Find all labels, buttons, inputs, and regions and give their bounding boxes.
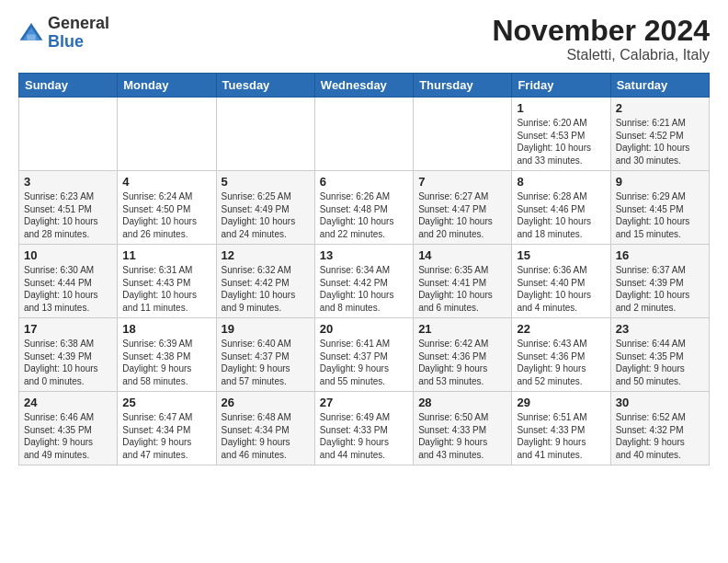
calendar-table: Sunday Monday Tuesday Wednesday Thursday…: [18, 73, 710, 465]
day-number: 15: [517, 248, 605, 262]
day-info: Sunrise: 6:39 AM Sunset: 4:38 PM Dayligh…: [122, 338, 210, 387]
day-cell-1-4: 7Sunrise: 6:27 AM Sunset: 4:47 PM Daylig…: [414, 171, 512, 245]
day-number: 13: [320, 248, 408, 262]
day-info: Sunrise: 6:34 AM Sunset: 4:42 PM Dayligh…: [320, 264, 408, 314]
day-number: 19: [222, 322, 310, 336]
day-cell-3-2: 19Sunrise: 6:40 AM Sunset: 4:37 PM Dayli…: [216, 318, 314, 392]
day-number: 30: [616, 396, 704, 409]
day-cell-2-2: 12Sunrise: 6:32 AM Sunset: 4:42 PM Dayli…: [216, 245, 314, 318]
day-number: 10: [24, 248, 112, 262]
day-info: Sunrise: 6:26 AM Sunset: 4:48 PM Dayligh…: [320, 190, 408, 240]
week-row-1: 1Sunrise: 6:20 AM Sunset: 4:53 PM Daylig…: [19, 98, 710, 171]
logo-line1: General: [48, 15, 109, 33]
day-cell-1-5: 8Sunrise: 6:28 AM Sunset: 4:46 PM Daylig…: [512, 171, 610, 245]
day-cell-0-4: [414, 98, 512, 171]
col-friday: Friday: [512, 74, 610, 98]
day-number: 26: [222, 396, 310, 409]
day-info: Sunrise: 6:51 AM Sunset: 4:33 PM Dayligh…: [517, 411, 605, 461]
day-cell-0-1: [118, 98, 216, 171]
col-sunday: Sunday: [19, 74, 118, 98]
day-cell-4-0: 24Sunrise: 6:46 AM Sunset: 4:35 PM Dayli…: [19, 392, 118, 465]
day-number: 28: [418, 396, 506, 409]
day-cell-2-1: 11Sunrise: 6:31 AM Sunset: 4:43 PM Dayli…: [118, 245, 216, 318]
day-cell-4-4: 28Sunrise: 6:50 AM Sunset: 4:33 PM Dayli…: [414, 392, 512, 465]
day-info: Sunrise: 6:21 AM Sunset: 4:52 PM Dayligh…: [616, 117, 704, 167]
day-info: Sunrise: 6:24 AM Sunset: 4:50 PM Dayligh…: [122, 190, 210, 240]
day-cell-3-6: 23Sunrise: 6:44 AM Sunset: 4:35 PM Dayli…: [610, 318, 709, 392]
day-number: 8: [517, 175, 605, 189]
header: General Blue November 2024 Staletti, Cal…: [18, 15, 710, 63]
logo-line2: Blue: [48, 33, 109, 52]
day-number: 29: [517, 396, 605, 409]
day-info: Sunrise: 6:44 AM Sunset: 4:35 PM Dayligh…: [616, 338, 704, 387]
day-info: Sunrise: 6:25 AM Sunset: 4:49 PM Dayligh…: [222, 190, 310, 240]
day-info: Sunrise: 6:20 AM Sunset: 4:53 PM Dayligh…: [517, 117, 605, 167]
calendar-header: Sunday Monday Tuesday Wednesday Thursday…: [19, 74, 710, 98]
day-number: 14: [418, 248, 506, 262]
col-monday: Monday: [118, 74, 216, 98]
day-number: 12: [222, 248, 310, 262]
day-cell-4-2: 26Sunrise: 6:48 AM Sunset: 4:34 PM Dayli…: [216, 392, 314, 465]
day-cell-3-5: 22Sunrise: 6:43 AM Sunset: 4:36 PM Dayli…: [512, 318, 610, 392]
day-cell-3-3: 20Sunrise: 6:41 AM Sunset: 4:37 PM Dayli…: [314, 318, 413, 392]
day-info: Sunrise: 6:48 AM Sunset: 4:34 PM Dayligh…: [222, 411, 310, 461]
day-cell-3-4: 21Sunrise: 6:42 AM Sunset: 4:36 PM Dayli…: [414, 318, 512, 392]
day-info: Sunrise: 6:27 AM Sunset: 4:47 PM Dayligh…: [418, 190, 506, 240]
day-number: 18: [122, 322, 210, 336]
day-cell-1-6: 9Sunrise: 6:29 AM Sunset: 4:45 PM Daylig…: [610, 171, 709, 245]
day-number: 1: [517, 101, 605, 115]
day-info: Sunrise: 6:23 AM Sunset: 4:51 PM Dayligh…: [24, 190, 112, 240]
svg-rect-2: [27, 34, 35, 40]
day-number: 17: [24, 322, 112, 336]
day-cell-3-1: 18Sunrise: 6:39 AM Sunset: 4:38 PM Dayli…: [118, 318, 216, 392]
day-cell-0-6: 2Sunrise: 6:21 AM Sunset: 4:52 PM Daylig…: [610, 98, 709, 171]
day-number: 24: [24, 396, 112, 409]
day-number: 5: [222, 175, 310, 189]
logo-text: General Blue: [48, 15, 109, 52]
calendar-title: November 2024: [492, 15, 710, 47]
day-cell-0-2: [216, 98, 314, 171]
day-cell-4-1: 25Sunrise: 6:47 AM Sunset: 4:34 PM Dayli…: [118, 392, 216, 465]
day-info: Sunrise: 6:36 AM Sunset: 4:40 PM Dayligh…: [517, 264, 605, 314]
day-info: Sunrise: 6:37 AM Sunset: 4:39 PM Dayligh…: [616, 264, 704, 314]
col-wednesday: Wednesday: [314, 74, 413, 98]
day-cell-1-3: 6Sunrise: 6:26 AM Sunset: 4:48 PM Daylig…: [314, 171, 413, 245]
day-cell-4-3: 27Sunrise: 6:49 AM Sunset: 4:33 PM Dayli…: [314, 392, 413, 465]
day-cell-0-3: [314, 98, 413, 171]
logo-icon: [18, 20, 44, 46]
day-cell-3-0: 17Sunrise: 6:38 AM Sunset: 4:39 PM Dayli…: [19, 318, 118, 392]
day-number: 6: [320, 175, 408, 189]
week-row-2: 3Sunrise: 6:23 AM Sunset: 4:51 PM Daylig…: [19, 171, 710, 245]
day-info: Sunrise: 6:41 AM Sunset: 4:37 PM Dayligh…: [320, 338, 408, 387]
day-info: Sunrise: 6:49 AM Sunset: 4:33 PM Dayligh…: [320, 411, 408, 461]
week-row-4: 17Sunrise: 6:38 AM Sunset: 4:39 PM Dayli…: [19, 318, 710, 392]
day-info: Sunrise: 6:43 AM Sunset: 4:36 PM Dayligh…: [517, 338, 605, 387]
day-info: Sunrise: 6:42 AM Sunset: 4:36 PM Dayligh…: [418, 338, 506, 387]
day-info: Sunrise: 6:47 AM Sunset: 4:34 PM Dayligh…: [122, 411, 210, 461]
week-row-3: 10Sunrise: 6:30 AM Sunset: 4:44 PM Dayli…: [19, 245, 710, 318]
day-info: Sunrise: 6:35 AM Sunset: 4:41 PM Dayligh…: [418, 264, 506, 314]
day-cell-4-5: 29Sunrise: 6:51 AM Sunset: 4:33 PM Dayli…: [512, 392, 610, 465]
header-row: Sunday Monday Tuesday Wednesday Thursday…: [19, 74, 710, 98]
day-number: 23: [616, 322, 704, 336]
day-number: 3: [24, 175, 112, 189]
day-number: 25: [122, 396, 210, 409]
day-cell-2-6: 16Sunrise: 6:37 AM Sunset: 4:39 PM Dayli…: [610, 245, 709, 318]
day-cell-2-4: 14Sunrise: 6:35 AM Sunset: 4:41 PM Dayli…: [414, 245, 512, 318]
calendar-body: 1Sunrise: 6:20 AM Sunset: 4:53 PM Daylig…: [19, 98, 710, 465]
title-block: November 2024 Staletti, Calabria, Italy: [492, 15, 710, 63]
day-cell-1-0: 3Sunrise: 6:23 AM Sunset: 4:51 PM Daylig…: [19, 171, 118, 245]
day-info: Sunrise: 6:29 AM Sunset: 4:45 PM Dayligh…: [616, 190, 704, 240]
day-number: 22: [517, 322, 605, 336]
day-number: 16: [616, 248, 704, 262]
col-tuesday: Tuesday: [216, 74, 314, 98]
day-info: Sunrise: 6:38 AM Sunset: 4:39 PM Dayligh…: [24, 338, 112, 387]
day-number: 11: [122, 248, 210, 262]
logo: General Blue: [18, 15, 109, 52]
day-info: Sunrise: 6:40 AM Sunset: 4:37 PM Dayligh…: [222, 338, 310, 387]
day-info: Sunrise: 6:31 AM Sunset: 4:43 PM Dayligh…: [122, 264, 210, 314]
day-number: 27: [320, 396, 408, 409]
day-cell-1-2: 5Sunrise: 6:25 AM Sunset: 4:49 PM Daylig…: [216, 171, 314, 245]
day-info: Sunrise: 6:28 AM Sunset: 4:46 PM Dayligh…: [517, 190, 605, 240]
week-row-5: 24Sunrise: 6:46 AM Sunset: 4:35 PM Dayli…: [19, 392, 710, 465]
